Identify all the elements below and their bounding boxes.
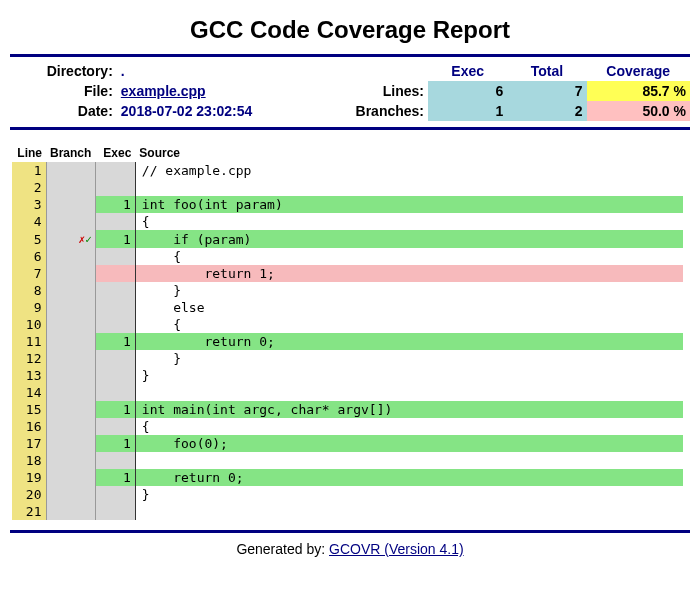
source-line: return 0; [135, 333, 683, 350]
code-table: Line Branch Exec Source 1// example.cpp2… [12, 144, 683, 520]
col-branch-header: Branch [46, 144, 95, 162]
source-line: } [135, 282, 683, 299]
line-number: 18 [12, 452, 46, 469]
branch-cell [46, 282, 95, 299]
exec-count: 1 [95, 196, 135, 213]
line-number: 4 [12, 213, 46, 230]
file-link[interactable]: example.cpp [121, 83, 206, 99]
source-line: { [135, 248, 683, 265]
branch-cell [46, 503, 95, 520]
branch-cell [46, 213, 95, 230]
source-line: } [135, 367, 683, 384]
source-line: else [135, 299, 683, 316]
code-row: 6 { [12, 248, 683, 265]
gcovr-link[interactable]: GCOVR (Version 4.1) [329, 541, 464, 557]
lines-exec: 6 [428, 81, 507, 101]
source-line: { [135, 316, 683, 333]
lines-total: 7 [507, 81, 586, 101]
exec-count [95, 486, 135, 503]
exec-count: 1 [95, 435, 135, 452]
source-line [135, 503, 683, 520]
line-number: 9 [12, 299, 46, 316]
code-row: 191 return 0; [12, 469, 683, 486]
code-row: 151int main(int argc, char* argv[]) [12, 401, 683, 418]
branch-cell [46, 350, 95, 367]
branch-cell [46, 469, 95, 486]
code-row: 13} [12, 367, 683, 384]
lines-coverage: 85.7 % [587, 81, 691, 101]
exec-count [95, 316, 135, 333]
line-number: 10 [12, 316, 46, 333]
branch-cell [46, 179, 95, 196]
divider-mid [10, 127, 690, 130]
branch-cell [46, 162, 95, 179]
source-line: foo(0); [135, 435, 683, 452]
exec-count [95, 350, 135, 367]
source-line: // example.cpp [135, 162, 683, 179]
branch-cell [46, 435, 95, 452]
branches-exec: 1 [428, 101, 507, 121]
exec-count: 1 [95, 469, 135, 486]
directory-label: Directory: [10, 61, 117, 81]
exec-count [95, 299, 135, 316]
line-number: 19 [12, 469, 46, 486]
branch-cell [46, 196, 95, 213]
line-number: 16 [12, 418, 46, 435]
line-number: 11 [12, 333, 46, 350]
exec-count [95, 367, 135, 384]
code-row: 9 else [12, 299, 683, 316]
source-line [135, 384, 683, 401]
code-row: 5✗✓1 if (param) [12, 230, 683, 248]
code-row: 1// example.cpp [12, 162, 683, 179]
branch-pass-icon: ✓ [85, 233, 92, 246]
source-line: } [135, 350, 683, 367]
code-row: 16{ [12, 418, 683, 435]
branch-cell: ✗✓ [46, 230, 95, 248]
exec-count: 1 [95, 230, 135, 248]
date-value: 2018-07-02 23:02:54 [117, 101, 318, 121]
exec-count [95, 248, 135, 265]
code-row: 31int foo(int param) [12, 196, 683, 213]
date-label: Date: [10, 101, 117, 121]
line-number: 14 [12, 384, 46, 401]
code-row: 21 [12, 503, 683, 520]
exec-count: 1 [95, 333, 135, 350]
code-row: 20} [12, 486, 683, 503]
branch-cell [46, 486, 95, 503]
footer: Generated by: GCOVR (Version 4.1) [0, 533, 700, 573]
branch-cell [46, 248, 95, 265]
line-number: 3 [12, 196, 46, 213]
coverage-header: Coverage [587, 61, 691, 81]
line-number: 20 [12, 486, 46, 503]
line-number: 5 [12, 230, 46, 248]
line-number: 6 [12, 248, 46, 265]
branches-label: Branches: [318, 101, 428, 121]
exec-count [95, 179, 135, 196]
divider-top [10, 54, 690, 57]
footer-prefix: Generated by: [236, 541, 329, 557]
source-line: int foo(int param) [135, 196, 683, 213]
branches-coverage: 50.0 % [587, 101, 691, 121]
source-line [135, 452, 683, 469]
branch-cell [46, 265, 95, 282]
line-number: 21 [12, 503, 46, 520]
exec-count: 1 [95, 401, 135, 418]
branch-cell [46, 316, 95, 333]
exec-count [95, 418, 135, 435]
source-line: if (param) [135, 230, 683, 248]
source-line: { [135, 418, 683, 435]
total-header: Total [507, 61, 586, 81]
code-row: 8 } [12, 282, 683, 299]
line-number: 12 [12, 350, 46, 367]
page-title: GCC Code Coverage Report [0, 0, 700, 54]
col-source-header: Source [135, 144, 683, 162]
branch-cell [46, 401, 95, 418]
code-row: 7 return 1; [12, 265, 683, 282]
line-number: 15 [12, 401, 46, 418]
line-number: 8 [12, 282, 46, 299]
exec-count [95, 162, 135, 179]
exec-count [95, 503, 135, 520]
line-number: 17 [12, 435, 46, 452]
line-number: 7 [12, 265, 46, 282]
code-row: 18 [12, 452, 683, 469]
